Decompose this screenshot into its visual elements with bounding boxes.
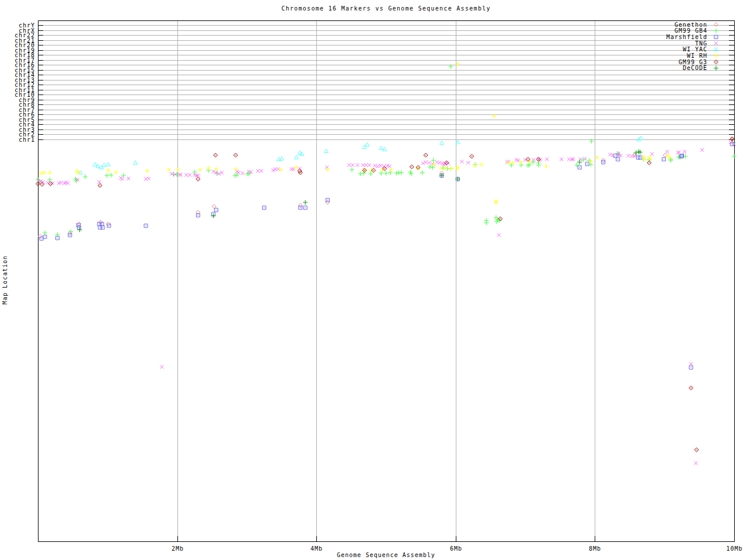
data-point [379, 146, 383, 150]
data-point [48, 171, 52, 175]
data-point [384, 171, 389, 176]
series-wiyac [78, 136, 643, 174]
data-point [479, 163, 483, 167]
data-point [689, 386, 693, 390]
data-point [102, 163, 106, 167]
data-point [144, 224, 148, 228]
data-point [494, 201, 498, 205]
legend-item-marshfield: Marshfield [666, 34, 718, 40]
data-point [589, 160, 593, 164]
data-point [665, 150, 669, 153]
data-point [694, 448, 699, 452]
series-genethon [38, 138, 734, 239]
legend-item-gm99g3: GM99 G3 [679, 59, 718, 65]
data-point [544, 164, 548, 169]
data-point [160, 365, 163, 369]
series-gm99g3 [36, 137, 734, 452]
data-point [365, 143, 369, 146]
data-point [420, 170, 425, 175]
data-point [233, 153, 238, 158]
data-point [38, 235, 42, 239]
x-tick-label: 10Mb [726, 545, 742, 552]
data-point [214, 153, 218, 158]
data-point [444, 166, 448, 170]
data-point [78, 228, 82, 232]
data-point [616, 158, 620, 161]
data-point [351, 163, 354, 167]
legend-label: DeCODE [683, 65, 707, 71]
series-wirh [39, 62, 671, 205]
data-point [432, 163, 436, 167]
data-point [233, 173, 238, 178]
data-point [460, 160, 464, 163]
data-point [175, 172, 180, 177]
data-point [497, 233, 501, 237]
x-tick-label: 6Mb [450, 545, 462, 552]
data-point [511, 161, 515, 165]
data-point [714, 41, 718, 45]
data-point [700, 148, 704, 152]
data-point [98, 184, 102, 188]
data-point [198, 168, 202, 172]
data-point [627, 154, 630, 158]
data-point [643, 158, 647, 162]
data-point [145, 169, 149, 173]
data-point [694, 461, 697, 465]
data-point [466, 161, 470, 164]
data-point [114, 170, 118, 174]
legend-label: GM99 G3 [679, 59, 707, 65]
series-decode [78, 149, 643, 232]
data-point [410, 165, 414, 169]
data-point [383, 148, 387, 151]
data-point [241, 172, 245, 175]
data-point [233, 167, 238, 172]
series-tng [37, 141, 736, 465]
data-point [636, 156, 640, 159]
data-point [356, 163, 359, 167]
data-point [473, 164, 477, 168]
data-point [689, 362, 693, 366]
legend-label: TNG [695, 40, 707, 47]
data-point [663, 153, 667, 158]
data-point [578, 166, 581, 169]
data-point [83, 174, 88, 179]
data-point [358, 172, 362, 176]
legend-item-genethon: Genethon [675, 22, 718, 28]
data-point [51, 181, 54, 185]
data-point [368, 172, 373, 176]
data-point [379, 164, 382, 167]
data-point [263, 206, 266, 209]
data-point [532, 158, 535, 162]
data-point [662, 158, 666, 161]
data-point [303, 200, 308, 205]
data-point [324, 149, 328, 153]
legend-label: GM99 GB4 [675, 27, 707, 34]
data-point [389, 168, 393, 172]
data-point [439, 141, 444, 145]
data-point [196, 177, 200, 181]
data-point [120, 177, 124, 181]
data-point [214, 167, 218, 172]
data-point [40, 237, 43, 240]
data-point [47, 177, 52, 182]
data-point [560, 158, 563, 161]
legend-label: WI YAC [683, 46, 707, 52]
y-tick-label: chr1 [19, 136, 35, 143]
data-point [536, 163, 541, 167]
data-point [184, 173, 188, 177]
data-point [689, 366, 693, 369]
data-point [212, 205, 216, 209]
data-point [439, 166, 443, 170]
data-point [214, 208, 218, 212]
data-point [578, 158, 582, 161]
data-point [97, 180, 101, 184]
data-point [46, 181, 50, 184]
data-point [42, 171, 46, 175]
data-point [77, 222, 81, 226]
data-point [326, 168, 330, 172]
data-point [277, 167, 280, 171]
data-point [104, 173, 109, 178]
data-point [714, 29, 718, 33]
data-point [456, 166, 460, 170]
data-point [62, 181, 66, 185]
